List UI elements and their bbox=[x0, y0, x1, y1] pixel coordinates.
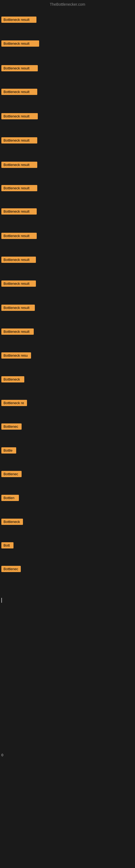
site-header: TheBottlenecker.com bbox=[0, 0, 135, 10]
bottleneck-badge[interactable]: Bottlen bbox=[1, 495, 19, 501]
bottleneck-badge[interactable]: Bottleneck bbox=[1, 519, 23, 525]
bottleneck-badge[interactable]: Bottleneck result bbox=[1, 40, 39, 46]
bottleneck-badge[interactable]: Bottleneck result bbox=[1, 17, 37, 23]
text-cursor bbox=[1, 598, 2, 603]
bottleneck-item: Bottlen bbox=[1, 495, 19, 502]
bottleneck-item: Bottleneck bbox=[1, 376, 24, 383]
bottleneck-item: Bottleneck result bbox=[1, 280, 36, 288]
bottleneck-badge[interactable]: Bottleneck result bbox=[1, 329, 34, 335]
bottleneck-item: Bottleneck result bbox=[1, 208, 37, 216]
bottleneck-item: Bottleneck result bbox=[1, 233, 37, 240]
bottleneck-badge[interactable]: Bottleneck result bbox=[1, 185, 37, 191]
bottleneck-item: Bottleneck result bbox=[1, 305, 35, 312]
bottleneck-badge[interactable]: Bottle bbox=[1, 447, 16, 454]
bottleneck-item: Bottleneck result bbox=[1, 257, 36, 264]
site-title: TheBottlenecker.com bbox=[50, 2, 85, 6]
bottleneck-item: Bottleneck result bbox=[1, 329, 34, 336]
bottleneck-item: Bottleneck result bbox=[1, 137, 37, 145]
bottleneck-badge[interactable]: Bottlenec bbox=[1, 566, 21, 572]
bottleneck-item: Bottleneck result bbox=[1, 113, 38, 120]
bottleneck-item: Bottleneck result bbox=[1, 162, 37, 169]
bottleneck-item: Bottlenec bbox=[1, 471, 21, 478]
bottleneck-badge[interactable]: Bottleneck result bbox=[1, 280, 36, 287]
bottleneck-badge[interactable]: Bottleneck result bbox=[1, 208, 37, 215]
bottleneck-badge[interactable]: Bott bbox=[1, 542, 13, 549]
bottleneck-item: Bottle bbox=[1, 447, 16, 455]
bottleneck-badge[interactable]: Bottleneck result bbox=[1, 89, 37, 95]
bottleneck-badge[interactable]: Bottleneck result bbox=[1, 305, 35, 311]
bottleneck-badge[interactable]: Bottleneck resu bbox=[1, 352, 31, 359]
bottleneck-item: Bottleneck resu bbox=[1, 352, 31, 360]
trailing-character: 0 bbox=[1, 753, 3, 757]
bottleneck-badge[interactable]: Bottlenec bbox=[1, 424, 21, 430]
bottleneck-badge[interactable]: Bottlenec bbox=[1, 471, 21, 477]
bottleneck-badge[interactable]: Bottleneck re bbox=[1, 400, 27, 406]
bottleneck-item: Bottlenec bbox=[1, 424, 21, 431]
bottleneck-badge[interactable]: Bottleneck bbox=[1, 376, 24, 382]
bottleneck-badge[interactable]: Bottleneck result bbox=[1, 137, 37, 144]
bottleneck-item: Bottleneck result bbox=[1, 89, 37, 96]
bottleneck-item: Bottleneck result bbox=[1, 17, 37, 24]
bottleneck-badge[interactable]: Bottleneck result bbox=[1, 162, 37, 168]
bottleneck-badge[interactable]: Bottleneck result bbox=[1, 113, 38, 119]
bottleneck-item: Bottleneck result bbox=[1, 185, 37, 192]
bottleneck-item: Bottleneck result bbox=[1, 40, 39, 48]
bottleneck-item: Bottleneck re bbox=[1, 400, 27, 407]
bottleneck-item: Bottleneck bbox=[1, 519, 23, 526]
bottleneck-item: Bott bbox=[1, 542, 13, 550]
bottleneck-badge[interactable]: Bottleneck result bbox=[1, 257, 36, 263]
bottleneck-item: Bottleneck result bbox=[1, 65, 38, 72]
bottleneck-badge[interactable]: Bottleneck result bbox=[1, 233, 37, 239]
bottleneck-item: Bottlenec bbox=[1, 566, 21, 573]
bottleneck-badge[interactable]: Bottleneck result bbox=[1, 65, 38, 71]
